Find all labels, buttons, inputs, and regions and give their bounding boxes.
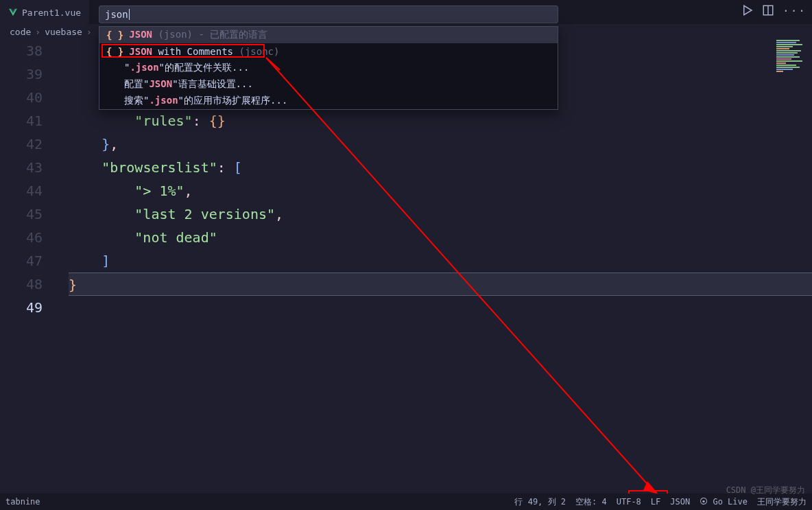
line-number: 42 [0, 132, 43, 156]
line-number: 41 [0, 109, 43, 132]
split-editor-icon[interactable] [762, 4, 774, 19]
vue-icon [8, 8, 18, 17]
status-linecol[interactable]: 行 49, 列 2 [514, 496, 566, 508]
palette-item[interactable]: 配置"JSON"语言基础设置... [99, 76, 558, 93]
code-line: "not dead" [69, 226, 812, 249]
code-line: "> 1%", [69, 179, 812, 202]
line-number: 38 [0, 39, 43, 62]
line-number: 44 [0, 179, 43, 202]
line-number: 47 [0, 249, 43, 273]
annotation-box [102, 44, 265, 58]
status-language[interactable]: JSON [670, 497, 690, 507]
palette-item[interactable]: { } JSON (json) - 已配置的语言 [99, 27, 558, 43]
text-cursor [129, 9, 130, 20]
watermark: CSDN @王同学要努力 [726, 485, 805, 496]
title-actions: ··· [741, 4, 807, 19]
tab-parent1[interactable]: Parent1.vue [0, 0, 89, 24]
chevron-right-icon: › [35, 27, 40, 37]
more-icon[interactable]: ··· [783, 4, 807, 19]
minimap[interactable] [776, 40, 809, 95]
status-tabnine[interactable]: tabnine [5, 497, 40, 507]
line-number: 45 [0, 202, 43, 226]
code-line: ] [69, 249, 812, 273]
code-line: "browserslist": [ [69, 156, 812, 179]
status-bar: tabnine 行 49, 列 2 空格: 4 UTF-8 LF JSON ⦿ … [0, 494, 812, 510]
palette-query: json [105, 9, 128, 20]
line-number: 39 [0, 62, 43, 86]
code-line: "last 2 versions", [69, 202, 812, 226]
status-eol[interactable]: LF [651, 497, 660, 507]
line-number: 43 [0, 156, 43, 179]
breadcrumb-item[interactable]: vuebase [45, 27, 82, 37]
palette-item[interactable]: ".json"的配置文件关联... [99, 60, 558, 76]
code-line-active: } [69, 273, 812, 296]
code-line: }, [69, 132, 812, 156]
status-extra[interactable]: 王同学要努力 [757, 496, 807, 508]
chevron-right-icon: › [86, 27, 92, 37]
braces-icon: { } [106, 30, 123, 40]
status-golive[interactable]: ⦿ Go Live [700, 497, 748, 507]
palette-item[interactable]: 搜索".json"的应用市场扩展程序... [99, 93, 558, 109]
tab-filename: Parent1.vue [22, 8, 81, 18]
status-encoding[interactable]: UTF-8 [617, 497, 641, 507]
line-number-active: 49 [0, 296, 43, 319]
breadcrumb-item[interactable]: code [10, 27, 31, 37]
command-palette-input[interactable]: json [99, 5, 558, 23]
line-number: 48 [0, 273, 43, 296]
line-number: 40 [0, 86, 43, 109]
gutter: 38 39 40 41 42 43 44 45 46 47 48 49 [0, 39, 55, 319]
command-palette-list: { } JSON (json) - 已配置的语言 { } JSON with C… [99, 26, 558, 110]
run-icon[interactable] [741, 4, 754, 19]
status-spaces[interactable]: 空格: 4 [575, 496, 607, 508]
code-line: "rules": {} [69, 109, 812, 132]
line-number: 46 [0, 226, 43, 249]
